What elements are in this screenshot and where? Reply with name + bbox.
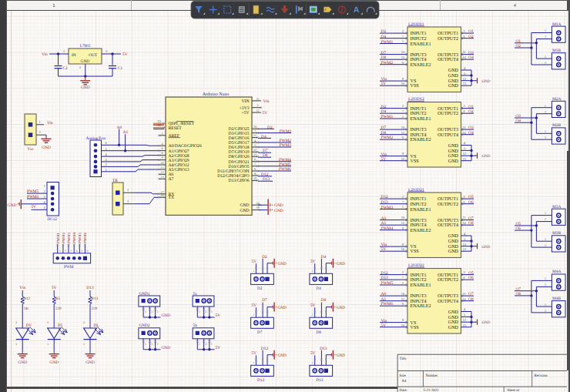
- svg-text:TX: TX: [169, 196, 174, 200]
- svg-text:3: 3: [211, 343, 213, 346]
- svg-text:5V: 5V: [32, 205, 37, 209]
- svg-text:A: A: [354, 5, 360, 15]
- svg-text:1: 1: [545, 276, 546, 280]
- svg-text:C1: C1: [118, 66, 122, 71]
- svg-text:O6: O6: [468, 276, 474, 280]
- svg-text:INPUT2: INPUT2: [411, 202, 427, 207]
- svg-text:D2: D2: [381, 105, 387, 109]
- svg-text:GND: GND: [274, 203, 283, 208]
- svg-text:GND: GND: [448, 159, 459, 164]
- svg-text:A1: A1: [381, 297, 387, 302]
- svg-text:Number: Number: [426, 374, 438, 378]
- svg-text:GND: GND: [161, 346, 170, 350]
- svg-text:Vin: Vin: [381, 152, 387, 157]
- svg-text:D4/GPIO16: D4/GPIO16: [228, 136, 249, 141]
- svg-text:C2: C2: [63, 66, 68, 71]
- svg-text:12: 12: [463, 243, 466, 246]
- svg-text:GND: GND: [482, 154, 491, 159]
- svg-text:GND: GND: [337, 262, 345, 266]
- svg-text:10: 10: [160, 161, 163, 165]
- svg-text:IN: IN: [72, 53, 76, 58]
- svg-text:O6: O6: [468, 200, 474, 205]
- svg-text:INPUT2: INPUT2: [411, 277, 427, 283]
- svg-text:D12: D12: [257, 378, 264, 383]
- svg-text:OUTPUT2: OUTPUT2: [438, 277, 458, 283]
- svg-text:1: 1: [312, 270, 314, 273]
- svg-text:4: 4: [75, 250, 77, 253]
- svg-text:A0: A0: [381, 216, 387, 221]
- svg-text:ENABLE1: ENABLE1: [411, 116, 431, 122]
- svg-text:M3A: M3A: [552, 205, 561, 209]
- svg-text:VS: VS: [411, 244, 417, 250]
- svg-text:OUTPUT4: OUTPUT4: [438, 132, 458, 138]
- svg-text:OUTPUT1: OUTPUT1: [438, 196, 458, 202]
- svg-text:GND: GND: [448, 325, 459, 330]
- svg-text:ENABLE2: ENABLE2: [411, 228, 431, 233]
- svg-text:VIN: VIN: [242, 99, 250, 104]
- svg-text:PWM4: PWM4: [381, 226, 394, 231]
- svg-text:D10/GPIO5: D10/GPIO5: [228, 165, 249, 169]
- svg-text:O7: O7: [468, 216, 474, 221]
- svg-text:GND: GND: [240, 209, 249, 213]
- svg-text:OUTPUT2: OUTPUT2: [438, 111, 458, 116]
- svg-text:D7: D7: [262, 298, 267, 303]
- svg-text:O8: O8: [468, 221, 474, 226]
- svg-text:1: 1: [402, 39, 404, 43]
- svg-text:2: 2: [47, 321, 49, 324]
- svg-text:A5/GPIO13: A5/GPIO13: [169, 168, 189, 173]
- svg-text:2: 2: [105, 162, 106, 166]
- svg-text:L7805: L7805: [80, 44, 91, 49]
- svg-text:5V: 5V: [216, 313, 221, 318]
- svg-text:OUTPUT1: OUTPUT1: [438, 273, 458, 278]
- svg-text:R13: R13: [92, 297, 99, 301]
- svg-text:INPUT1: INPUT1: [411, 273, 427, 278]
- svg-text:1: 1: [105, 168, 106, 172]
- svg-text:ENABLE2: ENABLE2: [411, 137, 431, 142]
- svg-text:GND: GND: [18, 360, 27, 365]
- svg-text:VS: VS: [411, 79, 417, 84]
- svg-text:1: 1: [39, 120, 40, 124]
- svg-text:O1: O1: [468, 29, 474, 34]
- svg-text:D4: D4: [321, 255, 327, 260]
- svg-text:PWM: PWM: [64, 265, 74, 270]
- svg-text:INPUT4: INPUT4: [411, 57, 427, 62]
- svg-text:1: 1: [312, 313, 314, 317]
- svg-text:D13: D13: [86, 286, 94, 290]
- svg-text:2: 2: [402, 195, 404, 199]
- svg-text:1: 1: [545, 237, 546, 241]
- svg-text:D2: D2: [262, 255, 267, 260]
- svg-text:D12: D12: [261, 347, 269, 351]
- svg-text:5V: 5V: [263, 111, 268, 116]
- svg-text:16: 16: [160, 193, 163, 197]
- svg-text:PWM1: PWM1: [280, 129, 292, 134]
- svg-text:A0/DAC0/GPIO26: A0/DAC0/GPIO26: [169, 144, 202, 149]
- svg-text:D4: D4: [381, 109, 387, 114]
- svg-text:Vin: Vin: [47, 121, 53, 126]
- svg-text:GND: GND: [448, 143, 459, 149]
- svg-text:2: 2: [545, 283, 546, 286]
- svg-text:11: 11: [160, 166, 163, 169]
- svg-text:5V: 5V: [381, 323, 387, 328]
- svg-text:5V: 5V: [216, 346, 221, 350]
- svg-text:5: 5: [82, 250, 83, 253]
- svg-text:GND: GND: [448, 79, 459, 84]
- svg-text:D4: D4: [381, 35, 387, 39]
- svg-text:INPUT3: INPUT3: [411, 127, 427, 132]
- svg-text:3: 3: [156, 343, 158, 346]
- svg-text:2: 2: [151, 310, 153, 313]
- svg-text:D2: D2: [257, 286, 263, 291]
- svg-text:O8: O8: [468, 297, 474, 302]
- svg-text:GND: GND: [277, 262, 286, 266]
- svg-text:D8: D8: [263, 153, 268, 158]
- svg-text:VSS: VSS: [411, 83, 420, 89]
- svg-text:1: 1: [43, 184, 45, 188]
- svg-text:INPUT4: INPUT4: [411, 299, 427, 304]
- svg-text:INPUT1: INPUT1: [411, 196, 427, 202]
- svg-text:PWM4: PWM4: [72, 233, 77, 243]
- svg-text:5: 5: [254, 143, 256, 147]
- svg-text:220: 220: [55, 307, 62, 311]
- svg-text:INPUT2: INPUT2: [411, 36, 427, 42]
- svg-text:PWM6: PWM6: [83, 233, 88, 243]
- svg-text:GND: GND: [482, 320, 491, 325]
- svg-text:VS: VS: [411, 320, 417, 326]
